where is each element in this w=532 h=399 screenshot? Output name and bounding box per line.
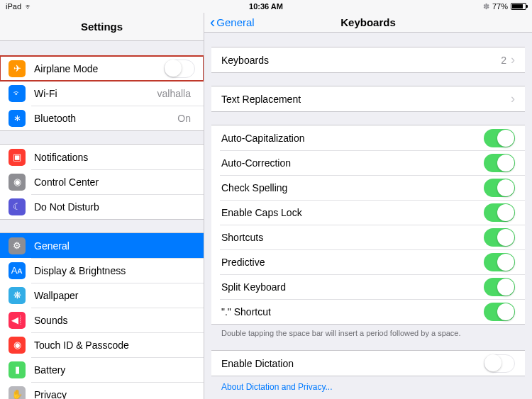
chevron-right-icon: › [511,91,515,106]
sidebar-item-label: Wi-Fi [34,88,157,99]
sidebar-item-label: Do Not Disturb [34,201,195,213]
detail-row-predictive[interactable]: Predictive [211,249,525,274]
detail-row-keyboards-list[interactable]: Keyboards2› [211,47,525,72]
sidebar-item-privacy[interactable]: ✋Privacy [0,382,204,399]
sidebar-item-label: Touch ID & Passcode [34,339,195,351]
battery-pct: 77% [492,2,508,11]
chevron-right-icon: › [511,52,515,67]
wifi-icon: ᯤ [9,85,26,102]
detail-row-spell[interactable]: Check Spelling [211,175,525,200]
sidebar-item-bluetooth[interactable]: ∗BluetoothOn [0,106,204,130]
row-label: Text Replacement [221,94,511,105]
sidebar-title: Settings [81,21,123,33]
detail-pane: ‹ General Keyboards Keyboards2›Text Repl… [204,13,532,399]
sidebar-item-notifications[interactable]: ▣Notifications [0,145,204,169]
general-icon: ⚙ [9,237,26,254]
sounds-icon: ◀⦚ [9,312,26,329]
detail-row-shortcuts[interactable]: Shortcuts [211,225,525,249]
sidebar-item-label: Privacy [34,389,195,400]
detail-row-dictation[interactable]: Enable Dictation [211,351,525,376]
sidebar: Settings ✈Airplane ModeᯤWi-Fivalhalla∗Bl… [0,13,204,399]
detail-row-capslock[interactable]: Enable Caps Lock [211,200,525,225]
dnd-icon: ☾ [9,198,26,215]
sidebar-item-label: Battery [34,364,195,376]
row-label: Enable Caps Lock [221,207,484,218]
device-name: iPad [6,2,21,11]
wallpaper-icon: ❋ [9,287,26,304]
sidebar-item-label: Notifications [34,152,195,163]
battery-icon: ▮ [9,361,26,378]
sidebar-item-general[interactable]: ⚙General [0,233,204,258]
sidebar-item-wallpaper[interactable]: ❋Wallpaper [0,283,204,308]
sidebar-item-label: Wallpaper [34,290,195,301]
sidebar-item-controlcenter[interactable]: ◉Control Center [0,169,204,194]
notifications-icon: ▣ [9,149,26,166]
sidebar-item-label: Control Center [34,176,195,188]
detail-row-autocap[interactable]: Auto-Capitalization [211,125,525,150]
row-label: Predictive [221,257,484,268]
shortcuts-switch[interactable] [484,228,515,247]
row-label: Keyboards [221,55,501,66]
period-switch[interactable] [484,303,515,321]
predictive-switch[interactable] [484,253,515,271]
about-dictation-link[interactable]: About Dictation and Privacy... [211,376,525,399]
row-label: Auto-Capitalization [221,133,484,144]
display-icon: Aᴀ [9,262,26,279]
sidebar-item-battery[interactable]: ▮Battery [0,357,204,382]
airplane-icon: ✈ [9,60,26,77]
autocap-switch[interactable] [484,129,515,147]
group-footer-note: Double tapping the space bar will insert… [211,325,525,337]
detail-row-period[interactable]: "." Shortcut [211,299,525,324]
bluetooth-icon: ∗ [9,110,26,127]
sidebar-item-label: Sounds [34,315,195,326]
detail-title: Keyboards [340,16,396,28]
row-value: 2 [501,55,506,66]
sidebar-item-touchid[interactable]: ◉Touch ID & Passcode [0,332,204,357]
sidebar-item-value: valhalla [157,88,191,99]
bluetooth-icon: ✽ [483,2,489,11]
detail-nav: ‹ General Keyboards [204,13,532,33]
row-label: Split Keyboard [221,281,484,293]
sidebar-item-airplane[interactable]: ✈Airplane Mode [0,56,204,81]
detail-row-autocorr[interactable]: Auto-Correction [211,150,525,175]
dictation-switch[interactable] [484,354,515,373]
sidebar-item-value: On [177,113,191,124]
back-label: General [216,16,254,28]
sidebar-item-wifi[interactable]: ᯤWi-Fivalhalla [0,81,204,106]
row-label: "." Shortcut [221,306,484,317]
status-time: 10:36 AM [249,2,283,11]
wifi-icon: ᯤ [25,2,33,11]
capslock-switch[interactable] [484,203,515,222]
sidebar-item-label: Display & Brightness [34,265,195,276]
row-label: Auto-Correction [221,157,484,169]
detail-row-text-replacement[interactable]: Text Replacement› [211,86,525,111]
controlcenter-icon: ◉ [9,174,26,191]
detail-row-split[interactable]: Split Keyboard [211,274,525,299]
row-label: Shortcuts [221,232,484,243]
battery-icon [511,3,526,10]
sidebar-item-label: General [34,240,195,252]
sidebar-item-dnd[interactable]: ☾Do Not Disturb [0,194,204,219]
chevron-left-icon: ‹ [210,15,215,30]
sidebar-item-label: Airplane Mode [34,63,164,74]
sidebar-nav: Settings [0,13,204,41]
row-label: Enable Dictation [221,358,484,369]
status-bar: iPad ᯤ 10:36 AM ✽ 77% [0,0,532,13]
row-label: Check Spelling [221,182,484,193]
autocorr-switch[interactable] [484,154,515,172]
split-switch[interactable] [484,278,515,296]
sidebar-item-label: Bluetooth [34,113,177,124]
back-button[interactable]: ‹ General [210,15,255,30]
airplane-switch[interactable] [164,60,195,78]
touchid-icon: ◉ [9,337,26,354]
sidebar-item-sounds[interactable]: ◀⦚Sounds [0,308,204,332]
sidebar-item-display[interactable]: AᴀDisplay & Brightness [0,258,204,283]
privacy-icon: ✋ [9,386,26,400]
spell-switch[interactable] [484,179,515,197]
